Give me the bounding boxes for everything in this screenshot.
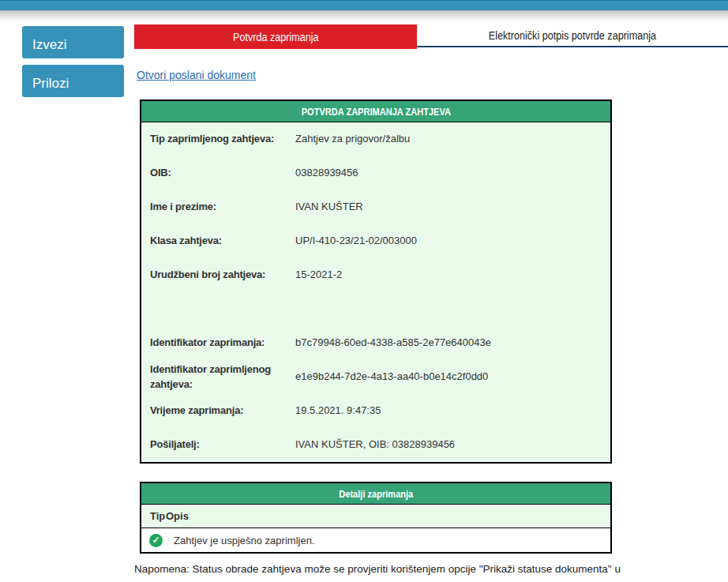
table-row: Ime i prezime: IVAN KUŠTER (141, 190, 610, 224)
row-value: b7c79948-60ed-4338-a585-2e77e640043e (295, 336, 610, 351)
detail-row: ✓ Zahtjev je uspješno zaprimljen. (141, 528, 610, 552)
row-value: IVAN KUŠTER (295, 200, 610, 215)
row-value: 19.5.2021. 9:47:35 (295, 404, 610, 419)
success-check-icon: ✓ (149, 534, 163, 547)
detail-type-cell: ✓ (141, 534, 166, 547)
row-label: Identifikator zaprimanja: (141, 336, 295, 351)
receipt-table-title: POTVRDA ZAPRIMANJA ZAHTJEVA (141, 101, 610, 122)
tab-bar: Potvrda zaprimanja Elektronički potpis p… (134, 24, 728, 47)
row-label: OIB: (141, 166, 295, 181)
table-row: Klasa zahtjeva: UP/I-410-23/21-02/003000 (141, 224, 610, 258)
row-label: Identifikator zaprimljenog zahtjeva: (141, 362, 295, 392)
tab-label: Potvrda zaprimanja (233, 31, 319, 43)
table-row: Pošiljatelj: IVAN KUŠTER, OIB: 038289394… (141, 428, 610, 462)
tab-label: Elektronički potpis potvrde zaprimanja (489, 29, 656, 42)
row-label: Tip zaprimljenog zahtjeva: (141, 132, 295, 147)
row-value: Zahtjev za prigovor/žalbu (295, 132, 610, 147)
table-row: Identifikator zaprimljenog zahtjeva: e1e… (141, 360, 610, 394)
tab-potvrda-zaprimanja[interactable]: Potvrda zaprimanja (134, 24, 417, 49)
top-navigation-bar (0, 0, 728, 10)
detail-description: Zahtjev je uspješno zaprimljen. (166, 535, 610, 546)
note-text: Napomena: Status obrade zahtjeva može se… (134, 562, 655, 577)
row-value: e1e9b244-7d2e-4a13-aa40-b0e14c2f0dd0 (295, 370, 610, 385)
receipt-table: POTVRDA ZAPRIMANJA ZAHTJEVA Tip zaprimlj… (140, 100, 612, 464)
row-label: Pošiljatelj: (141, 437, 295, 452)
tab-elektronicki-potpis[interactable]: Elektronički potpis potvrde zaprimanja (417, 24, 728, 46)
table-row: Vrijeme zaprimanja: 19.5.2021. 9:47:35 (141, 394, 610, 428)
table-row: Tip zaprimljenog zahtjeva: Zahtjev za pr… (141, 122, 610, 156)
details-column-headers: Tip Opis (141, 505, 610, 528)
export-button[interactable]: Izvezi (22, 26, 124, 58)
table-row: OIB: 03828939456 (141, 156, 610, 190)
row-value: UP/I-410-23/21-02/003000 (295, 234, 610, 249)
attachments-button[interactable]: Prilozi (22, 65, 124, 97)
topbar-shadow (0, 10, 728, 21)
row-label: Klasa zahtjeva: (141, 234, 295, 249)
row-label: Ime i prezime: (141, 200, 295, 215)
row-value: IVAN KUŠTER, OIB: 03828939456 (295, 437, 610, 452)
table-row: Identifikator zaprimanja: b7c79948-60ed-… (141, 326, 610, 360)
details-table: Detalji zaprimanja Tip Opis ✓ Zahtjev je… (140, 482, 612, 554)
row-label: Urudžbeni broj zahtjeva: (141, 268, 295, 283)
row-value: 15-2021-2 (295, 268, 610, 283)
row-label: Vrijeme zaprimanja: (141, 404, 295, 419)
details-table-title: Detalji zaprimanja (141, 483, 610, 505)
row-value: 03828939456 (295, 166, 610, 181)
column-header-tip: Tip (141, 510, 166, 522)
open-sent-document-link[interactable]: Otvori poslani dokument (137, 69, 256, 81)
table-row: Urudžbeni broj zahtjeva: 15-2021-2 (141, 258, 610, 292)
column-header-opis: Opis (166, 510, 610, 522)
table-row-empty (141, 292, 610, 326)
